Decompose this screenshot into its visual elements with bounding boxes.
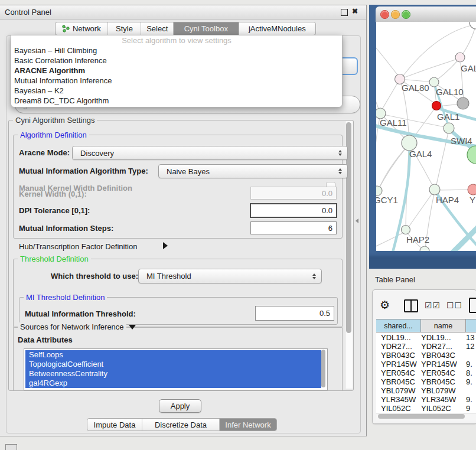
column-header-partial[interactable] [466, 319, 476, 332]
stepper-icon [338, 168, 342, 174]
split-columns-icon[interactable] [404, 299, 418, 312]
mi-threshold-group-title: MI Threshold Definition [24, 293, 107, 302]
mi-threshold-field[interactable]: 0.5 [255, 306, 334, 321]
node-gcy1[interactable] [376, 186, 382, 195]
mi-steps-value: 6 [328, 224, 332, 233]
node-label: SWI4 [451, 136, 472, 146]
table-row[interactable]: YBR045CYBR045C9. [376, 377, 476, 386]
data-attributes-list[interactable]: SelfLoops TopologicalCoefficient Between… [24, 348, 328, 390]
zoom-traffic-light[interactable] [402, 10, 410, 19]
expander-arrow-icon[interactable] [163, 242, 168, 249]
node-label: GAL1 [437, 112, 459, 122]
apply-button[interactable]: Apply [159, 399, 201, 413]
tab-jactivemnodules[interactable]: jActiveMNodules [239, 22, 315, 35]
table-row[interactable]: YER054CYER054C8. [376, 369, 476, 377]
tab-style[interactable]: Style [107, 22, 141, 35]
list-item-topologicalcoefficient[interactable]: TopologicalCoefficient [25, 360, 321, 369]
table-row[interactable]: YDR27...YDR27...12 [376, 342, 476, 351]
node-label: HAP4 [436, 195, 459, 205]
node-green-right[interactable] [467, 146, 476, 164]
network-canvas[interactable]: GAL GAL80 GAL10 GAL1 GAL11 SWI4 GAL4 GCY… [376, 22, 476, 251]
node-gray[interactable] [457, 97, 469, 109]
aracne-mode-combo[interactable]: Discovery [72, 146, 348, 160]
tab-impute-data[interactable]: Impute Data [87, 419, 142, 431]
aracne-mode-value: Discovery [80, 149, 114, 158]
node-pink-top[interactable] [455, 53, 465, 62]
kernel-width-field: 0.0 [250, 187, 337, 200]
list-scrollbar-thumb[interactable] [321, 350, 325, 387]
apply-button-label: Apply [171, 402, 190, 410]
sources-title: Sources for Network Inference [18, 322, 126, 331]
tab-network-label: Network [73, 24, 101, 33]
algorithm-option-dream8[interactable]: Dream8 DC_TDC Algorithm [11, 96, 342, 106]
control-panel-tabbar: Network Style Select Cyni Toolbox jActiv… [55, 22, 316, 35]
tab-cyni-toolbox[interactable]: Cyni Toolbox [173, 22, 239, 35]
algorithm-option-mutual-information[interactable]: Mutual Information Inference [11, 76, 342, 86]
stepper-icon [312, 273, 316, 279]
algorithm-option-aracne[interactable]: ARACNE Algorithm [11, 66, 342, 76]
hub-definition-expander[interactable]: Hub/Transcription Factor Definition [19, 242, 137, 251]
aracne-mode-label: Aracne Mode: [19, 148, 70, 157]
kernel-width-value: 0.0 [322, 189, 332, 198]
mi-type-value: Naive Bayes [167, 167, 210, 176]
which-threshold-combo[interactable]: MI Threshold [138, 269, 322, 283]
node-salmon[interactable] [468, 184, 476, 195]
close-panel-icon[interactable]: ✖ [352, 7, 358, 15]
tab-select[interactable]: Select [141, 22, 173, 35]
algorithm-dropdown-popup: Select algorithm to view settings Bayesi… [11, 35, 343, 107]
table-row[interactable]: YPR145WYPR145W9. [376, 360, 476, 369]
mi-type-combo[interactable]: Naive Bayes [158, 164, 348, 178]
table-row[interactable]: YIL052CYIL052C9 [376, 404, 476, 413]
list-item-gal4rgexp[interactable]: gal4RGexp [25, 379, 321, 388]
gear-icon[interactable]: ⚙ [380, 298, 390, 312]
node-hap2[interactable] [402, 226, 410, 234]
table-row[interactable]: YDL19...YDL19...13 [376, 333, 476, 342]
tab-cyni-toolbox-label: Cyni Toolbox [184, 24, 228, 33]
table-row[interactable]: YBL079WYBL079W [376, 386, 476, 395]
column-header-name[interactable]: name [421, 319, 466, 332]
node-gal1[interactable] [432, 102, 441, 110]
tab-network[interactable]: Network [56, 22, 107, 35]
node-gal10[interactable] [429, 77, 439, 87]
mi-threshold-value: 0.5 [319, 309, 330, 318]
table-row[interactable]: YBR043CYBR043C [376, 351, 476, 360]
unchecked-columns-icon[interactable]: ☐☐ [446, 301, 462, 310]
column-header-shared-name[interactable]: shared... [376, 319, 421, 332]
tab-discretize-data[interactable]: Discretize Data [142, 419, 219, 431]
collapse-arrow-icon[interactable] [129, 325, 136, 330]
network-window-titlebar[interactable] [376, 6, 476, 22]
splitpane-arrow-icon[interactable] [356, 219, 358, 223]
tab-impute-data-label: Impute Data [94, 420, 136, 429]
minimize-traffic-light[interactable] [391, 10, 400, 19]
node-partial-top[interactable] [470, 22, 476, 29]
node-partial-bottom[interactable] [420, 246, 429, 251]
table-panel-title: Table Panel [375, 275, 415, 284]
tab-jactivemnodules-label: jActiveMNodules [249, 24, 306, 33]
algorithm-option-basic-correlation[interactable]: Basic Correlation Inference [11, 56, 342, 66]
mi-steps-field[interactable]: 6 [250, 221, 337, 234]
algorithm-option-bayesian-hill-climbing[interactable]: Bayesian – Hill Climbing [11, 45, 342, 56]
tab-infer-network-label: Infer Network [225, 420, 270, 429]
mini-corner-button[interactable] [5, 444, 17, 450]
list-item-betweennesscentrality[interactable]: BetweennessCentrality [25, 369, 321, 379]
list-item-selfloops[interactable]: SelfLoops [25, 350, 321, 360]
tab-style-label: Style [116, 24, 133, 33]
document-icon[interactable] [469, 298, 476, 313]
table-body[interactable]: YDL19...YDL19...13 YDR27...YDR27...12 YB… [376, 333, 476, 413]
stepper-icon [338, 150, 342, 156]
tab-infer-network[interactable]: Infer Network [219, 419, 276, 431]
mi-type-label: Mutual Information Algorithm Type: [19, 167, 148, 175]
close-traffic-light[interactable] [380, 10, 389, 19]
cyni-algorithm-settings-title: Cyni Algorithm Settings [13, 116, 97, 125]
dpi-tolerance-label: DPI Tolerance [0,1]: [19, 206, 90, 215]
checked-columns-icon[interactable]: ☑☑ [425, 301, 441, 310]
dpi-tolerance-field[interactable]: 0.0 [250, 203, 337, 218]
node-swi4[interactable] [444, 123, 454, 133]
algorithm-option-bayesian-k2[interactable]: Bayesian – K2 [11, 86, 342, 96]
table-hscrollbar-thumb[interactable] [378, 414, 465, 419]
sources-title-label: Sources for Network Inference [20, 322, 124, 331]
control-panel-title: Control Panel [5, 8, 51, 17]
node-hap4[interactable] [429, 184, 440, 195]
float-panel-icon[interactable] [341, 9, 348, 16]
table-row[interactable]: YLR345WYLR345W9. [376, 395, 476, 404]
